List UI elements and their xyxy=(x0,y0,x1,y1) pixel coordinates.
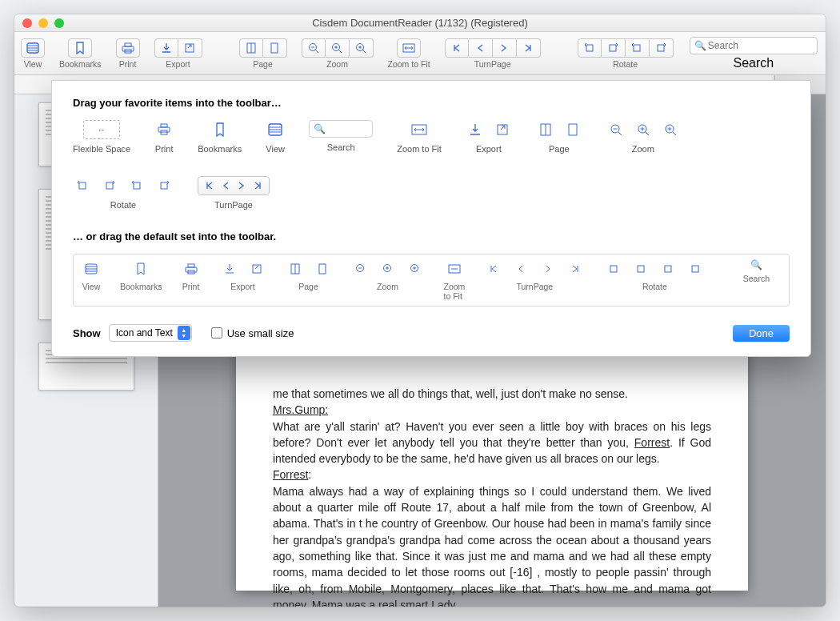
rotate-icon xyxy=(127,176,146,195)
svg-rect-38 xyxy=(569,124,577,135)
svg-line-21 xyxy=(363,50,366,53)
item-flexible-space[interactable]: ↔Flexible Space xyxy=(73,120,130,154)
bookmarks-button[interactable] xyxy=(68,38,92,58)
rotate-icon xyxy=(154,176,174,195)
rotate-icon xyxy=(73,176,92,195)
svg-rect-35 xyxy=(498,125,507,134)
zoom-out-button[interactable] xyxy=(302,38,326,58)
page-label: Page xyxy=(253,59,273,69)
customize-toolbar-sheet: Drag your favorite items into the toolba… xyxy=(51,80,811,357)
item-rotate[interactable]: Rotate xyxy=(73,176,174,210)
svg-rect-26 xyxy=(658,45,664,51)
print-icon xyxy=(182,259,201,278)
bookmarks-label: Bookmarks xyxy=(59,59,102,69)
rotate-1-button[interactable] xyxy=(578,38,602,58)
rotate-4-button[interactable] xyxy=(650,38,674,58)
svg-rect-53 xyxy=(161,182,167,189)
print-button[interactable] xyxy=(116,38,140,58)
small-size-checkbox[interactable]: Use small size xyxy=(211,327,294,339)
svg-line-49 xyxy=(673,132,676,135)
svg-rect-50 xyxy=(79,182,86,189)
svg-rect-28 xyxy=(158,127,170,132)
zoom-in-button[interactable] xyxy=(350,38,374,58)
item-zoom-to-fit[interactable]: Zoom to Fit xyxy=(397,120,442,154)
item-page[interactable]: Page xyxy=(536,120,582,154)
zoom-out-icon xyxy=(606,120,626,139)
rotate-icon xyxy=(631,259,650,278)
svg-rect-52 xyxy=(134,182,140,189)
svg-rect-24 xyxy=(610,45,616,51)
item-turnpage[interactable]: TurnPage xyxy=(198,176,270,210)
zoom-to-fit-label: Zoom to Fit xyxy=(388,59,430,69)
search-input[interactable] xyxy=(690,37,818,54)
page-single-icon xyxy=(313,259,332,278)
next-page-button[interactable] xyxy=(493,38,517,58)
item-search[interactable]: 🔍Search xyxy=(309,120,373,154)
view-label: View xyxy=(24,59,42,69)
item-bookmarks[interactable]: Bookmarks xyxy=(198,120,242,154)
prev-page-button[interactable] xyxy=(469,38,493,58)
item-export[interactable]: Export xyxy=(466,120,512,154)
done-button[interactable]: Done xyxy=(733,325,790,342)
svg-rect-64 xyxy=(319,264,326,274)
page-split-icon xyxy=(286,259,305,278)
svg-rect-4 xyxy=(125,43,131,46)
rotate-3-button[interactable] xyxy=(626,38,650,58)
export-download-button[interactable] xyxy=(154,38,178,58)
zoom-fit-icon xyxy=(445,259,464,278)
rotate-2-button[interactable] xyxy=(602,38,626,58)
rotate-icon xyxy=(100,176,119,195)
svg-line-13 xyxy=(315,50,318,53)
rotate-icon xyxy=(658,259,678,278)
default-toolbar-set[interactable]: View Bookmarks Print Export Page Zoom Zo… xyxy=(73,254,790,306)
bookmark-icon xyxy=(131,259,150,278)
first-page-button[interactable] xyxy=(445,38,469,58)
search-icon: 🔍 xyxy=(694,40,706,51)
last-icon xyxy=(250,176,266,195)
view-icon xyxy=(82,259,101,278)
prev-icon xyxy=(511,259,530,278)
zoom-to-fit-button[interactable] xyxy=(397,38,421,58)
view-button[interactable] xyxy=(21,38,45,58)
doc-speaker: Mrs.Gump: xyxy=(273,403,328,416)
doc-text: Forrest xyxy=(634,436,670,449)
page-single-icon xyxy=(563,120,582,139)
zoom-actual-button[interactable] xyxy=(326,38,350,58)
print-label: Print xyxy=(119,59,137,69)
rotate-icon xyxy=(686,259,705,278)
print-icon xyxy=(154,120,174,139)
svg-line-17 xyxy=(339,50,342,53)
svg-rect-5 xyxy=(122,46,134,51)
show-select[interactable]: Icon and Text ▲▼ xyxy=(109,324,192,342)
zoom-fit-icon xyxy=(410,120,429,139)
svg-rect-58 xyxy=(188,264,194,267)
rotate-label: Rotate xyxy=(613,59,638,69)
last-icon xyxy=(566,259,585,278)
zoom-actual-icon xyxy=(378,259,398,278)
doc-text: Lady xyxy=(431,599,454,607)
search-icon: 🔍 xyxy=(314,123,326,134)
page-split-icon xyxy=(536,120,555,139)
svg-rect-51 xyxy=(106,182,113,189)
svg-rect-61 xyxy=(253,265,261,273)
prev-icon xyxy=(218,176,234,195)
page-single-button[interactable] xyxy=(239,38,263,58)
page-continuous-button[interactable] xyxy=(263,38,287,58)
chevron-updown-icon: ▲▼ xyxy=(178,326,190,340)
doc-text: Mama always had a way of explaining thin… xyxy=(273,485,711,607)
export-share-button[interactable] xyxy=(178,38,202,58)
svg-rect-75 xyxy=(638,266,644,272)
item-print[interactable]: Print xyxy=(154,120,174,154)
item-zoom[interactable]: Zoom xyxy=(606,120,680,154)
app-window: Cisdem DocumentReader (1/132) (Registere… xyxy=(14,14,826,607)
svg-rect-59 xyxy=(186,267,197,272)
customize-heading-2: … or drag the default set into the toolb… xyxy=(73,230,790,242)
doc-speaker: Forrest xyxy=(273,468,308,481)
download-icon xyxy=(220,259,239,278)
first-icon xyxy=(202,176,218,195)
search-label: Search xyxy=(733,56,774,70)
last-page-button[interactable] xyxy=(517,38,541,58)
svg-rect-76 xyxy=(665,266,671,272)
download-icon xyxy=(466,120,485,139)
item-view[interactable]: View xyxy=(266,120,285,154)
